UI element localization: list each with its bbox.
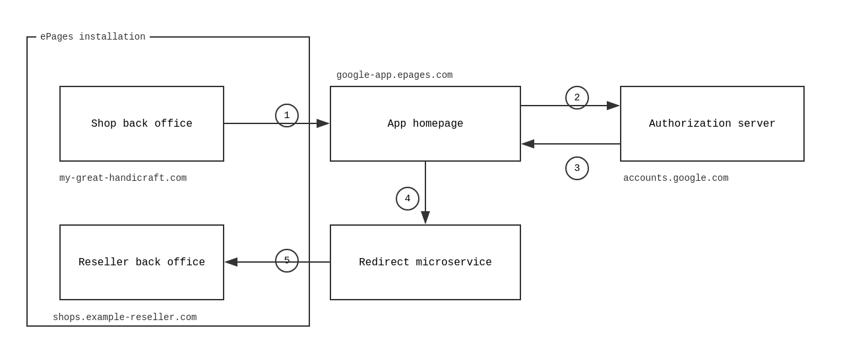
shops-example-reseller-label: shops.example-reseller.com (53, 312, 197, 323)
app-homepage-box: App homepage (330, 86, 521, 162)
epages-installation-label: ePages installation (36, 32, 150, 42)
google-app-epages-label: google-app.epages.com (336, 70, 452, 81)
redirect-microservice-box: Redirect microservice (330, 224, 521, 300)
shop-back-office-label: Shop back office (91, 118, 193, 130)
accounts-google-label: accounts.google.com (623, 173, 729, 183)
diagram: ePages installation Shop back office Res… (0, 0, 868, 363)
authorization-server-box: Authorization server (620, 86, 805, 162)
step-4-circle: 4 (396, 187, 419, 211)
reseller-back-office-box: Reseller back office (59, 224, 224, 300)
step-5-circle: 5 (275, 249, 299, 273)
step-3-circle: 3 (565, 156, 589, 180)
shop-back-office-box: Shop back office (59, 86, 224, 162)
authorization-server-label: Authorization server (649, 118, 776, 130)
redirect-microservice-label: Redirect microservice (359, 257, 492, 269)
app-homepage-label: App homepage (387, 118, 463, 130)
reseller-back-office-label: Reseller back office (78, 257, 205, 269)
step-2-circle: 2 (565, 86, 589, 110)
step-1-circle: 1 (275, 104, 299, 127)
my-great-handicraft-label: my-great-handicraft.com (59, 173, 187, 183)
